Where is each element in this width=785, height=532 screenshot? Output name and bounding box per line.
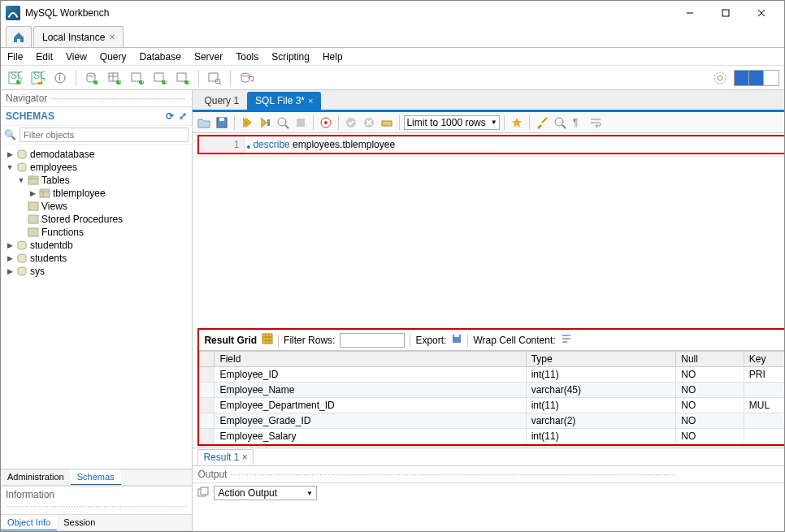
table-row[interactable]: Employee_Department_IDint(11)NOMULNULL (200, 398, 785, 413)
output-stack-icon[interactable] (197, 487, 209, 500)
save-icon[interactable] (214, 115, 230, 131)
menu-file[interactable]: File (7, 51, 23, 63)
create-table-icon[interactable]: + (106, 69, 124, 87)
menu-help[interactable]: Help (323, 51, 343, 63)
result-tab-1[interactable]: Result 1 × (197, 449, 253, 465)
menu-database[interactable]: Database (140, 51, 181, 63)
tree-tables[interactable]: ▼Tables (1, 174, 192, 187)
tree-functions[interactable]: Functions (1, 226, 192, 239)
result-grid[interactable]: FieldTypeNullKeyDefaultExtra Employee_ID… (199, 351, 785, 444)
tab-query1[interactable]: Query 1 (196, 92, 247, 110)
home-tab[interactable] (6, 26, 32, 47)
menu-query[interactable]: Query (100, 51, 127, 63)
filter-rows-label: Filter Rows: (284, 335, 335, 346)
filter-objects-input[interactable] (20, 128, 189, 142)
tree-db-sys[interactable]: ▶sys (1, 265, 192, 278)
result-grid-label: Result Grid (204, 335, 257, 346)
wrap-cell-icon[interactable] (561, 333, 572, 347)
search-table-icon[interactable] (206, 69, 223, 87)
tab-schemas[interactable]: Schemas (71, 469, 121, 485)
close-icon[interactable]: × (109, 32, 115, 43)
column-header[interactable]: Key (744, 352, 785, 367)
tree-db-students[interactable]: ▶students (1, 252, 192, 265)
create-function-icon[interactable]: + (174, 69, 192, 87)
column-header[interactable]: Type (526, 352, 676, 367)
layout-toggle[interactable] (734, 70, 779, 86)
expand-icon[interactable]: ⤢ (179, 110, 187, 122)
tab-sqlfile3[interactable]: SQL File 3*× (247, 92, 321, 110)
output-header: Output ·································… (193, 465, 785, 483)
tree-db-demodatabase[interactable]: ▶demodatabase (1, 148, 192, 161)
tree-sprocs[interactable]: Stored Procedures (1, 213, 192, 226)
table-row[interactable]: Employee_Namevarchar(45)NONULL (200, 383, 785, 398)
svg-rect-84 (201, 487, 208, 495)
tree-views[interactable]: Views (1, 200, 192, 213)
menu-edit[interactable]: Edit (36, 51, 53, 63)
close-icon[interactable]: × (308, 96, 313, 106)
close-button[interactable] (744, 2, 779, 24)
open-sql-icon[interactable]: SQL (28, 69, 46, 87)
stop-icon[interactable] (293, 115, 309, 131)
svg-point-62 (555, 118, 563, 126)
tab-administration[interactable]: Administration (1, 469, 71, 485)
rollback-icon[interactable] (361, 115, 377, 131)
layout-bottom-button[interactable] (749, 71, 764, 85)
limit-rows-select[interactable]: Limit to 1000 rows▼ (404, 115, 499, 130)
beautify-icon[interactable] (534, 115, 550, 131)
wrap-icon[interactable] (588, 115, 604, 131)
open-file-icon[interactable] (196, 115, 212, 131)
tab-session[interactable]: Session (57, 515, 102, 530)
tree-db-employees[interactable]: ▼employees (1, 161, 192, 174)
svg-rect-29 (209, 73, 218, 81)
layout-right-button[interactable] (764, 71, 778, 85)
new-sql-tab-icon[interactable]: SQL+ (6, 69, 24, 87)
output-type-select[interactable]: Action Output▼ (214, 486, 317, 500)
menu-server[interactable]: Server (194, 51, 223, 63)
create-view-icon[interactable]: + (128, 69, 146, 87)
execute-current-icon[interactable] (257, 115, 273, 131)
settings-gear-icon[interactable] (711, 69, 729, 87)
navigator-label: Navigator (6, 93, 47, 104)
tree-db-studentdb[interactable]: ▶studentdb (1, 239, 192, 252)
tree-table-tblemployee[interactable]: ▶tblemployee (1, 187, 192, 200)
toggle-ws-icon[interactable] (379, 115, 395, 131)
create-schema-icon[interactable]: + (83, 69, 101, 87)
toggle-autocommit-icon[interactable] (318, 115, 334, 131)
svg-line-61 (542, 118, 547, 123)
column-header[interactable]: Null (676, 352, 744, 367)
commit-icon[interactable] (343, 115, 359, 131)
svg-rect-50 (267, 119, 270, 126)
column-header[interactable]: Field (215, 352, 526, 367)
connection-tab[interactable]: Local Instance × (33, 26, 124, 47)
explain-icon[interactable] (275, 115, 291, 131)
refresh-icon[interactable]: ⟳ (166, 110, 174, 122)
tab-object-info[interactable]: Object Info (1, 515, 57, 530)
layout-left-button[interactable] (735, 71, 749, 85)
grid-icon[interactable] (262, 333, 273, 347)
editor-scroll-area[interactable] (193, 156, 785, 327)
query-toolbar: Limit to 1000 rows▼ ¶ (193, 112, 785, 133)
maximize-button[interactable] (708, 2, 744, 24)
table-row[interactable]: Employee_Grade_IDvarchar(2)NOA (200, 413, 785, 429)
filter-rows-input[interactable] (340, 333, 405, 348)
invisible-chars-icon[interactable]: ¶ (570, 115, 586, 131)
export-icon[interactable] (451, 333, 462, 347)
menu-tools[interactable]: Tools (236, 51, 258, 63)
create-sproc-icon[interactable]: + (151, 69, 169, 87)
reconnect-icon[interactable] (237, 69, 255, 87)
schema-tree[interactable]: ▶demodatabase ▼employees ▼Tables ▶tblemp… (1, 145, 192, 469)
execute-icon[interactable] (239, 115, 255, 131)
table-row[interactable]: Employee_Salaryint(11)NONULL (200, 429, 785, 444)
sql-code[interactable]: describe employees.tblemployee (245, 136, 785, 153)
inspector-icon[interactable]: i (51, 69, 69, 87)
menu-view[interactable]: View (66, 51, 87, 63)
close-icon[interactable]: × (242, 452, 248, 463)
minimize-button[interactable] (672, 2, 708, 24)
svg-rect-42 (28, 202, 38, 210)
svg-point-55 (324, 121, 327, 124)
favorite-icon[interactable] (509, 115, 525, 131)
menu-scripting[interactable]: Scripting (271, 51, 310, 63)
table-row[interactable]: Employee_IDint(11)NOPRINULLauto_incremen… (200, 367, 785, 383)
sql-editor[interactable]: 1• describe employees.tblemployee (199, 136, 785, 153)
find-icon[interactable] (552, 115, 568, 131)
